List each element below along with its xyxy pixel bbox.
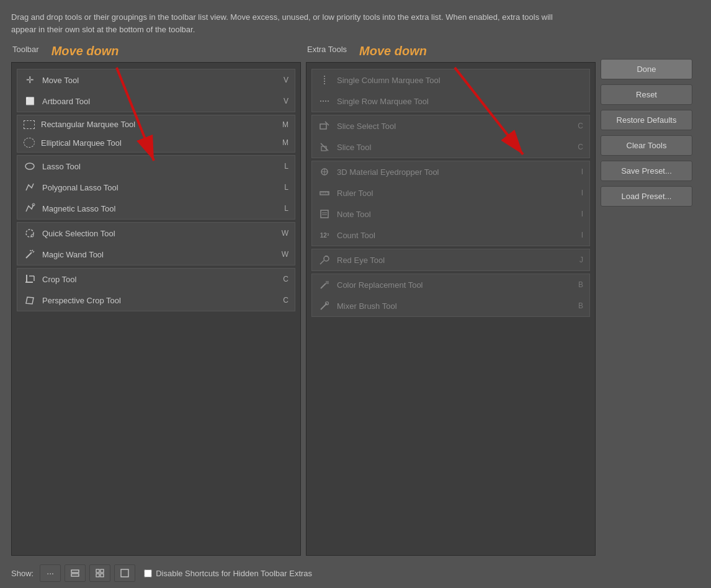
tool-item-red-eye[interactable]: Red Eye Tool J xyxy=(312,249,589,270)
tool-item-mixer-brush[interactable]: Mixer Brush Tool B xyxy=(312,295,589,316)
tool-item-crop[interactable]: Crop Tool C xyxy=(17,269,295,290)
mag-lasso-icon xyxy=(24,202,36,215)
color-replace-name: Color Replacement Tool xyxy=(337,280,572,290)
tool-item-move[interactable]: ✛ Move Tool V xyxy=(17,69,295,91)
tool-group-lasso[interactable]: Lasso Tool L Polygonal Lasso Tool L xyxy=(17,155,295,220)
svg-rect-38 xyxy=(326,281,329,284)
svg-rect-44 xyxy=(101,569,104,572)
tool-group-red-eye[interactable]: Red Eye Tool J xyxy=(311,249,590,271)
tool-item-single-col[interactable]: Single Column Marquee Tool xyxy=(312,69,589,91)
artboard-tool-name: Artboard Tool xyxy=(42,97,277,106)
move-tool-icon: ✛ xyxy=(24,74,36,86)
tool-group-measure[interactable]: 3D Material Eyedropper Tool I Ruler Tool… xyxy=(311,161,590,246)
tool-item-magic-wand[interactable]: Magic Wand Tool W xyxy=(17,244,295,265)
tool-item-color-replace[interactable]: Color Replacement Tool B xyxy=(312,274,589,295)
extra-tools-label: Extra Tools xyxy=(306,45,347,54)
svg-line-21 xyxy=(321,143,328,151)
restore-defaults-button[interactable]: Restore Defaults xyxy=(601,110,692,130)
show-btn-single[interactable] xyxy=(114,564,135,582)
tool-item-count[interactable]: 12³ Count Tool I xyxy=(312,225,589,246)
tool-item-slice[interactable]: Slice Tool C xyxy=(312,136,589,158)
svg-rect-45 xyxy=(96,574,99,577)
extra-panel[interactable]: Single Column Marquee Tool Single Row Ma… xyxy=(306,62,596,556)
tool-item-artboard[interactable]: ⬜ Artboard Tool V xyxy=(17,91,295,112)
svg-point-35 xyxy=(324,256,329,261)
rect-marquee-icon xyxy=(24,120,35,129)
done-button[interactable]: Done xyxy=(601,59,692,79)
tool-item-rect-marquee[interactable]: Rectangular Marquee Tool M xyxy=(17,115,295,133)
red-eye-name: Red Eye Tool xyxy=(337,256,573,265)
lasso-icon xyxy=(24,160,36,172)
tool-group-move[interactable]: ✛ Move Tool V ⬜ Artboard Tool V xyxy=(17,69,295,112)
load-preset-button[interactable]: Load Preset... xyxy=(601,186,692,207)
single-row-name: Single Row Marquee Tool xyxy=(337,97,577,106)
reset-button[interactable]: Reset xyxy=(601,84,692,105)
show-label: Show: xyxy=(11,569,34,578)
tool-group-brush[interactable]: Color Replacement Tool B Mixer Brush Too… xyxy=(311,274,590,317)
save-preset-button[interactable]: Save Preset... xyxy=(601,161,692,181)
rect-marquee-shortcut: M xyxy=(282,120,288,129)
disable-shortcuts-label[interactable]: Disable Shortcuts for Hidden Toolbar Ext… xyxy=(156,569,312,578)
ruler-icon xyxy=(318,187,331,199)
svg-line-6 xyxy=(26,252,32,258)
tool-item-quick-sel[interactable]: Quick Selection Tool W xyxy=(17,223,295,244)
tool-item-ellip-marquee[interactable]: Elliptical Marquee Tool M xyxy=(17,133,295,152)
tool-item-3d-eyedrop[interactable]: 3D Material Eyedropper Tool I xyxy=(312,161,589,182)
count-shortcut: I xyxy=(581,231,583,239)
persp-crop-icon xyxy=(24,294,36,306)
svg-rect-46 xyxy=(101,574,104,577)
magic-wand-icon xyxy=(24,248,36,261)
svg-rect-42 xyxy=(71,574,79,576)
toolbar-panel[interactable]: ✛ Move Tool V ⬜ Artboard Tool V xyxy=(11,62,301,556)
tool-item-mag-lasso[interactable]: Magnetic Lasso Tool L xyxy=(17,198,295,219)
tool-group-marquee[interactable]: Rectangular Marquee Tool M Elliptical Ma… xyxy=(17,115,295,153)
tool-group-crop[interactable]: Crop Tool C Perspective Crop Tool C xyxy=(17,268,295,311)
move-tool-shortcut: V xyxy=(284,76,288,84)
lasso-shortcut: L xyxy=(284,162,288,171)
slice-select-name: Slice Select Tool xyxy=(337,122,571,131)
svg-line-37 xyxy=(321,283,326,288)
svg-rect-47 xyxy=(121,569,128,577)
count-name: Count Tool xyxy=(337,231,575,240)
persp-crop-name: Perspective Crop Tool xyxy=(42,296,277,305)
magic-wand-shortcut: W xyxy=(282,250,288,259)
red-eye-shortcut: J xyxy=(579,256,583,264)
count-icon: 12³ xyxy=(318,229,331,241)
slice-shortcut: C xyxy=(578,143,583,151)
single-col-name: Single Column Marquee Tool xyxy=(337,76,577,85)
svg-rect-41 xyxy=(71,570,79,572)
tool-item-slice-select[interactable]: Slice Select Tool C xyxy=(312,115,589,136)
tool-item-note[interactable]: Note Tool I xyxy=(312,203,589,225)
tool-item-ruler[interactable]: Ruler Tool I xyxy=(312,182,589,203)
persp-crop-shortcut: C xyxy=(283,296,288,305)
mag-lasso-shortcut: L xyxy=(284,204,288,213)
crop-icon xyxy=(24,273,36,285)
poly-lasso-name: Polygonal Lasso Tool xyxy=(42,183,278,192)
quick-sel-icon xyxy=(24,227,36,239)
disable-shortcuts-checkbox[interactable] xyxy=(144,569,152,577)
show-btn-grid[interactable] xyxy=(89,564,110,582)
tool-item-persp-crop[interactable]: Perspective Crop Tool C xyxy=(17,290,295,311)
slice-icon xyxy=(318,141,331,153)
tool-item-poly-lasso[interactable]: Polygonal Lasso Tool L xyxy=(17,177,295,198)
clear-tools-button[interactable]: Clear Tools xyxy=(601,135,692,156)
note-shortcut: I xyxy=(581,210,583,218)
svg-marker-14 xyxy=(26,297,34,304)
slice-select-icon xyxy=(318,120,331,132)
tool-group-single-marquee[interactable]: Single Column Marquee Tool Single Row Ma… xyxy=(311,69,590,112)
single-row-icon xyxy=(318,95,331,107)
single-col-icon xyxy=(318,74,331,86)
tool-group-selection[interactable]: Quick Selection Tool W Magic Wand Tool W xyxy=(17,222,295,265)
show-btn-dots[interactable]: ··· xyxy=(40,564,61,582)
tool-item-single-row[interactable]: Single Row Marquee Tool xyxy=(312,91,589,112)
svg-point-4 xyxy=(26,229,34,237)
bottom-bar: Show: ··· Disable Shortcuts for Hidden T… xyxy=(11,558,700,588)
3d-eyedrop-icon xyxy=(318,166,331,178)
show-btn-layers[interactable] xyxy=(65,564,86,582)
tool-group-slice[interactable]: Slice Select Tool C Slice Tool C xyxy=(311,115,590,158)
svg-line-7 xyxy=(32,250,33,251)
mixer-brush-icon xyxy=(318,300,331,312)
svg-rect-19 xyxy=(320,124,326,129)
note-name: Note Tool xyxy=(337,210,575,219)
tool-item-lasso[interactable]: Lasso Tool L xyxy=(17,156,295,177)
